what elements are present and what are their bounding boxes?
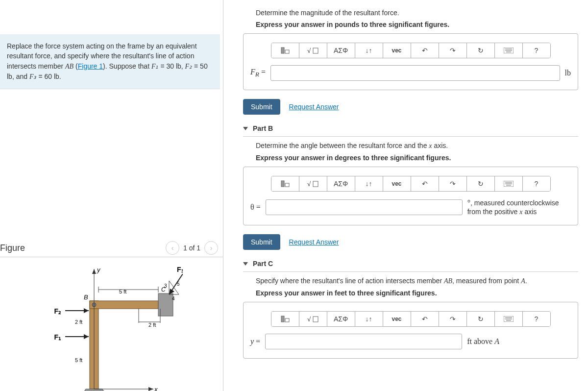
redo-icon[interactable]: ↷ [439, 43, 467, 58]
help-icon[interactable]: ? [523, 176, 550, 191]
partc-prompt1: Specify where the resultant's line of ac… [256, 277, 578, 285]
svg-rect-36 [285, 50, 289, 53]
svg-rect-46 [313, 181, 318, 187]
svg-rect-35 [281, 48, 284, 53]
svg-text:2 ft: 2 ft [148, 322, 156, 328]
partc-collapse-icon[interactable] [243, 262, 248, 266]
math-icon[interactable]: √ [299, 312, 327, 326]
svg-text:2 ft: 2 ft [75, 319, 82, 325]
keyboard-icon[interactable] [495, 176, 523, 191]
svg-rect-38 [313, 48, 318, 53]
svg-rect-1 [90, 301, 158, 309]
svg-text:x: x [154, 386, 158, 391]
partb-unit-note2: from the positive x axis [467, 208, 537, 216]
parta-answer-card: √ ΑΣΦ ↓↑ vec ↶ ↷ ↻ ? FR = lb [243, 33, 578, 90]
partc-unit-prefix: ft above [467, 337, 494, 345]
figure-next-button[interactable]: › [204, 241, 218, 255]
parta-request-answer-link[interactable]: Request Answer [289, 103, 339, 111]
svg-marker-7 [148, 387, 153, 391]
arrows-icon[interactable]: ↓↑ [355, 312, 383, 326]
partb-prompt1: Determine the angle between the resultan… [256, 142, 578, 150]
svg-text:√: √ [307, 316, 311, 323]
math-icon[interactable]: √ [299, 176, 327, 191]
arrows-icon[interactable]: ↓↑ [355, 43, 383, 58]
arrows-icon[interactable]: ↓↑ [355, 176, 383, 191]
partb-header: Part B [243, 124, 578, 132]
parta-toolbar: √ ΑΣΦ ↓↑ vec ↶ ↷ ↻ ? [271, 43, 551, 58]
svg-text:√: √ [307, 180, 311, 188]
parta-answer-input[interactable] [270, 65, 560, 81]
svg-rect-43 [281, 181, 284, 187]
undo-icon[interactable]: ↶ [411, 176, 439, 191]
reset-icon[interactable]: ↻ [467, 312, 495, 326]
undo-icon[interactable]: ↶ [411, 43, 439, 58]
svg-text:5 ft: 5 ft [75, 357, 82, 363]
frame-diagram-svg: y x A B C F₁ F₂ F₃ 4 [41, 264, 183, 391]
svg-text:B: B [84, 293, 88, 301]
svg-text:3: 3 [164, 283, 167, 289]
svg-marker-14 [84, 334, 89, 339]
partc-answer-input[interactable] [265, 334, 462, 349]
figure-divider [0, 257, 223, 257]
partb-answer-row: θ = °, measured counterclockwise from th… [250, 198, 571, 216]
keyboard-icon[interactable] [495, 312, 523, 326]
figure-header: Figure ‹ 1 of 1 › [0, 241, 223, 257]
partc-p1-pt: A [521, 277, 525, 285]
parta-submit-button[interactable]: Submit [243, 99, 280, 115]
partc-unit: ft above A [467, 337, 499, 346]
template-icon[interactable] [271, 43, 299, 58]
svg-text:F₂: F₂ [54, 307, 61, 315]
parta-unit: lb [565, 69, 571, 77]
vec-button[interactable]: vec [383, 176, 411, 191]
svg-rect-51 [281, 316, 284, 322]
svg-text:√: √ [307, 47, 311, 54]
reset-icon[interactable]: ↻ [467, 176, 495, 191]
f3-val: = 60 lb. [37, 73, 61, 80]
figure-title: Figure [0, 243, 25, 253]
vec-button[interactable]: vec [383, 312, 411, 326]
partc-header: Part C [243, 260, 578, 268]
right-column: Determine the magnitude of the resultant… [223, 0, 588, 391]
f1-label: F₁ [151, 63, 159, 70]
greek-icon[interactable]: ΑΣΦ [327, 176, 355, 191]
partc-answer-row: y = ft above A [250, 334, 571, 349]
template-icon[interactable] [271, 176, 299, 191]
help-icon[interactable]: ? [523, 43, 550, 58]
parta-prompt1: Determine the magnitude of the resultant… [256, 9, 578, 17]
svg-marker-17 [84, 308, 89, 313]
svg-rect-44 [285, 183, 289, 187]
partb-answer-input[interactable] [266, 199, 463, 215]
left-column: Replace the force system acting on the f… [0, 0, 223, 391]
f3-label: F₃ [29, 73, 37, 80]
partb-collapse-icon[interactable] [243, 127, 248, 130]
template-icon[interactable] [271, 312, 299, 326]
partc-lhs: y = [250, 337, 260, 346]
greek-icon[interactable]: ΑΣΦ [327, 43, 355, 58]
figure-link[interactable]: Figure 1 [78, 62, 103, 70]
partb-title: Part B [253, 124, 273, 132]
keyboard-icon[interactable] [495, 43, 523, 58]
parta-actions: Submit Request Answer [243, 99, 578, 115]
help-icon[interactable]: ? [523, 312, 550, 326]
partc-p1c: . [525, 277, 527, 285]
svg-text:4: 4 [172, 296, 175, 301]
svg-marker-5 [92, 269, 96, 274]
svg-rect-54 [313, 317, 318, 322]
partc-p1a: Specify where the resultant's line of ac… [256, 277, 444, 285]
vec-button[interactable]: vec [383, 43, 411, 58]
greek-icon[interactable]: ΑΣΦ [327, 312, 355, 326]
figure-pager: ‹ 1 of 1 › [166, 241, 218, 255]
figure-prev-button[interactable]: ‹ [166, 241, 179, 255]
parta-lhs: FR = [250, 68, 266, 78]
reset-icon[interactable]: ↻ [467, 43, 495, 58]
parta-answer-row: FR = lb [250, 65, 571, 81]
redo-icon[interactable]: ↷ [439, 176, 467, 191]
redo-icon[interactable]: ↷ [439, 312, 467, 326]
math-icon[interactable]: √ [299, 43, 327, 58]
partb-unit: °, measured counterclockwise from the po… [467, 198, 559, 216]
partb-submit-button[interactable]: Submit [243, 234, 280, 250]
problem-suppose: . Suppose that [105, 62, 151, 70]
undo-icon[interactable]: ↶ [411, 312, 439, 326]
partb-request-answer-link[interactable]: Request Answer [289, 238, 339, 246]
svg-rect-52 [285, 318, 289, 322]
